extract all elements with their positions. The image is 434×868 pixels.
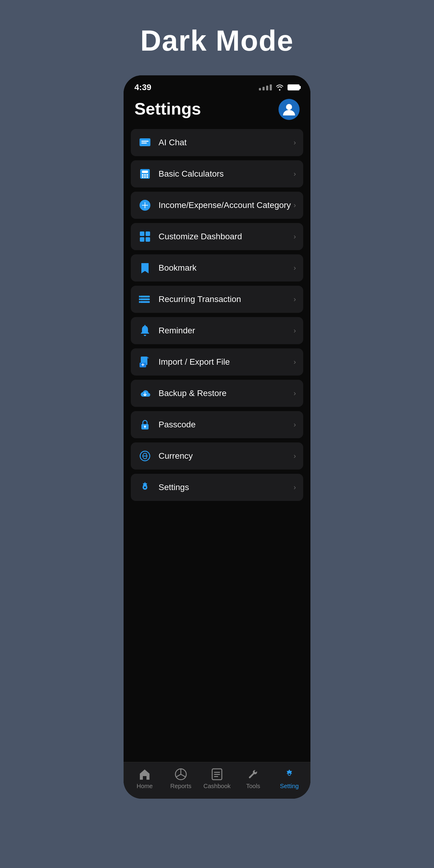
- basic-calculators-label: Basic Calculators: [158, 169, 293, 179]
- nav-home-label: Home: [136, 783, 153, 789]
- svg-rect-5: [142, 170, 148, 173]
- status-time: 4:39: [134, 83, 151, 92]
- svg-rect-14: [142, 205, 148, 206]
- chevron-icon: ›: [293, 201, 296, 210]
- settings-item-ai-chat[interactable]: AI Chat ›: [131, 129, 303, 156]
- settings-item-reminder[interactable]: Reminder ›: [131, 317, 303, 344]
- bell-icon: [138, 324, 152, 338]
- svg-rect-6: [142, 174, 144, 176]
- chevron-icon: ›: [293, 138, 296, 147]
- recurring-transaction-label: Recurring Transaction: [158, 294, 293, 304]
- chevron-icon: ›: [293, 170, 296, 178]
- nav-tools-label: Tools: [246, 783, 260, 789]
- svg-rect-19: [140, 296, 150, 298]
- avatar[interactable]: [278, 99, 300, 120]
- recurring-icon: [138, 292, 152, 306]
- signal-icon: [259, 84, 272, 90]
- bottom-nav: Home Reports Cashbook Tool: [124, 762, 310, 799]
- nav-setting-label: Setting: [280, 783, 299, 789]
- chat-icon: [138, 135, 152, 150]
- svg-rect-40: [214, 774, 220, 775]
- nav-cashbook-label: Cashbook: [204, 783, 230, 789]
- svg-rect-2: [141, 141, 149, 142]
- hero-title: Dark Mode: [141, 24, 294, 57]
- svg-rect-17: [140, 237, 144, 242]
- settings-item-income-expense[interactable]: Income/Expense/Account Category ›: [131, 192, 303, 219]
- passcode-label: Passcode: [158, 420, 293, 430]
- bookmark-icon: [138, 261, 152, 275]
- svg-rect-39: [214, 772, 220, 773]
- settings-item-import-export[interactable]: Import / Export File ›: [131, 348, 303, 375]
- svg-rect-23: [139, 299, 140, 300]
- svg-rect-41: [214, 776, 218, 777]
- chevron-icon: ›: [293, 327, 296, 335]
- svg-rect-11: [147, 176, 148, 178]
- settings-item-passcode[interactable]: Passcode ›: [131, 411, 303, 438]
- svg-rect-20: [140, 299, 150, 300]
- settings-item-backup-restore[interactable]: Backup & Restore ›: [131, 380, 303, 407]
- nav-reports-label: Reports: [170, 783, 191, 789]
- cloud-icon: [138, 386, 152, 400]
- svg-rect-7: [144, 174, 146, 176]
- backup-restore-label: Backup & Restore: [158, 389, 293, 398]
- settings-item-settings[interactable]: Settings ›: [131, 474, 303, 501]
- settings-item-customize-dashboard[interactable]: Customize Dashboard ›: [131, 223, 303, 250]
- file-icon: [138, 355, 152, 369]
- lock-icon: [138, 418, 152, 432]
- import-export-label: Import / Export File: [158, 357, 293, 367]
- svg-rect-9: [142, 176, 144, 178]
- status-bar: 4:39: [124, 75, 310, 96]
- chevron-icon: ›: [293, 483, 296, 492]
- svg-rect-16: [146, 231, 150, 236]
- phone-frame: 4:39 Settings: [124, 75, 310, 799]
- svg-point-36: [144, 487, 146, 488]
- customize-dashboard-label: Customize Dashboard: [158, 232, 293, 241]
- settings-item-recurring-transaction[interactable]: Recurring Transaction ›: [131, 286, 303, 313]
- avatar-icon: [281, 101, 297, 117]
- bookmark-label: Bookmark: [158, 263, 293, 273]
- chevron-icon: ›: [293, 264, 296, 272]
- gear-icon: [138, 480, 152, 494]
- chevron-icon: ›: [293, 232, 296, 241]
- dashboard-icon: [138, 230, 152, 244]
- nav-reports[interactable]: Reports: [163, 768, 199, 789]
- nav-tools[interactable]: Tools: [235, 768, 271, 789]
- svg-rect-8: [147, 174, 148, 176]
- nav-setting[interactable]: Setting: [271, 768, 307, 789]
- svg-rect-10: [144, 176, 146, 178]
- svg-rect-21: [140, 301, 150, 303]
- settings-item-currency[interactable]: Currency ›: [131, 442, 303, 470]
- settings-item-basic-calculators[interactable]: Basic Calculators ›: [131, 160, 303, 187]
- svg-rect-25: [144, 325, 146, 326]
- income-expense-label: Income/Expense/Account Category: [158, 200, 293, 210]
- chevron-icon: ›: [293, 421, 296, 429]
- svg-rect-15: [140, 231, 144, 236]
- calculator-icon: [138, 167, 152, 181]
- svg-point-0: [286, 104, 292, 110]
- chevron-icon: ›: [293, 452, 296, 460]
- svg-rect-33: [145, 427, 145, 428]
- svg-rect-1: [140, 138, 150, 146]
- chevron-icon: ›: [293, 295, 296, 304]
- reminder-label: Reminder: [158, 326, 293, 336]
- svg-rect-18: [146, 237, 150, 242]
- add-circle-icon: [138, 198, 152, 212]
- chevron-icon: ›: [293, 389, 296, 398]
- battery-icon: [287, 84, 300, 90]
- status-icons: [259, 84, 300, 91]
- chevron-icon: ›: [293, 358, 296, 366]
- svg-point-43: [288, 773, 290, 775]
- svg-rect-3: [141, 143, 147, 144]
- svg-rect-22: [139, 296, 140, 298]
- page-title: Settings: [134, 99, 201, 119]
- settings-item-bookmark[interactable]: Bookmark ›: [131, 254, 303, 281]
- currency-icon: [138, 449, 152, 463]
- nav-home[interactable]: Home: [127, 768, 163, 789]
- svg-rect-24: [139, 301, 140, 303]
- wifi-icon: [276, 84, 284, 91]
- settings-label: Settings: [158, 483, 293, 492]
- nav-cashbook[interactable]: Cashbook: [199, 768, 235, 789]
- page-header: Settings: [124, 96, 310, 126]
- settings-list: AI Chat › Basic Calculators ›: [124, 126, 310, 762]
- svg-rect-30: [143, 363, 143, 366]
